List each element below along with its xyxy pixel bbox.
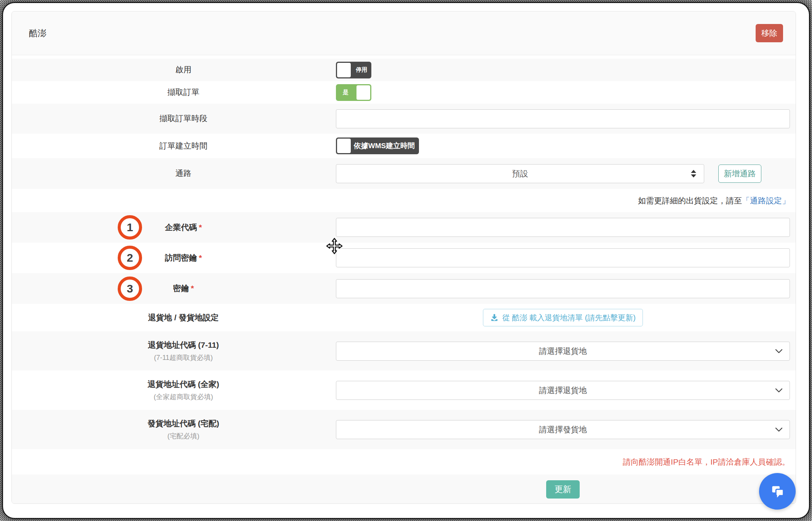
row-ship-home: 發貨地址代碼 (宅配) (宅配必填) 請選擇發貨地 <box>12 410 796 449</box>
company-code-input[interactable] <box>336 218 790 237</box>
row-access-key: 2 訪問密鑰* <box>12 243 796 273</box>
row-fetch-orders: 擷取訂單 是 <box>12 81 796 104</box>
chat-button[interactable] <box>759 473 796 510</box>
channel-select[interactable]: 預設 <box>336 164 704 183</box>
ip-whitelist-note: 請向酷澎開通IP白名單，IP請洽倉庫人員確認。 <box>623 457 790 467</box>
enable-toggle-label: 停用 <box>352 62 371 78</box>
remove-button[interactable]: 移除 <box>756 24 783 42</box>
row-fetch-period: 擷取訂單時段 <box>12 104 796 134</box>
chevron-down-icon <box>775 427 783 432</box>
chat-icon <box>768 482 786 500</box>
order-create-time-toggle[interactable]: 依據WMS建立時間 <box>336 137 419 154</box>
step-1-badge: 1 <box>118 215 142 240</box>
channel-selected-value: 預設 <box>512 168 528 179</box>
row-order-create-time: 訂單建立時間 依據WMS建立時間 <box>12 134 796 158</box>
toggle-knob <box>356 85 370 100</box>
return-family-hint: (全家超商取貨必填) <box>31 392 336 401</box>
return-711-hint: (7-11超商取貨必填) <box>31 353 336 362</box>
add-channel-button[interactable]: 新增通路 <box>718 165 761 183</box>
move-cursor <box>326 238 343 254</box>
ship-home-hint: (宅配必填) <box>31 432 336 441</box>
return-setting-label: 退貨地 / 發貨地設定 <box>12 312 336 323</box>
download-icon <box>490 313 499 322</box>
fetch-orders-label: 擷取訂單 <box>12 87 336 97</box>
ship-home-selected-value: 請選擇發貨地 <box>539 424 587 435</box>
channel-settings-link[interactable]: 「通路設定」 <box>742 195 790 206</box>
return-family-label: 退貨地址代碼 (全家) <box>31 379 336 390</box>
enable-toggle[interactable]: 停用 <box>336 62 371 78</box>
ship-home-label: 發貨地址代碼 (宅配) <box>31 418 336 429</box>
access-key-label: 訪問密鑰 <box>165 253 197 262</box>
update-button[interactable]: 更新 <box>546 480 580 499</box>
return-711-select[interactable]: 請選擇退貨地 <box>336 342 790 361</box>
company-code-label: 企業代碼 <box>165 223 197 232</box>
return-711-selected-value: 請選擇退貨地 <box>539 346 587 356</box>
row-secret-key: 3 密鑰* <box>12 273 796 304</box>
card-header: 酷澎 移除 <box>12 11 796 55</box>
order-create-time-label: 訂單建立時間 <box>12 141 336 151</box>
required-asterisk: * <box>191 284 194 292</box>
toggle-knob <box>337 63 351 77</box>
coupang-settings-card: 酷澎 移除 啟用 停用 擷取訂單 是 擷取訂 <box>11 11 796 504</box>
load-return-list-label: 從 酷澎 載入退貨地清單 (請先點擊更新) <box>502 313 636 323</box>
secret-key-label: 密鑰 <box>173 284 189 292</box>
required-asterisk: * <box>199 223 202 232</box>
select-updown-icon <box>691 170 696 177</box>
row-return-setting: 退貨地 / 發貨地設定 從 酷澎 載入退貨地清單 (請先點擊更新) <box>12 304 796 331</box>
row-update: 更新 <box>12 475 796 504</box>
required-asterisk: * <box>199 253 202 262</box>
row-channel-note: 如需更詳細的出貨設定，請至「通路設定」 <box>12 189 796 212</box>
row-enable: 啟用 停用 <box>12 59 796 81</box>
step-2-badge: 2 <box>118 246 142 270</box>
step-3-badge: 3 <box>118 276 142 301</box>
fetch-orders-toggle-label: 是 <box>336 84 355 101</box>
enable-label: 啟用 <box>12 64 336 75</box>
channel-label: 通路 <box>12 168 336 179</box>
row-channel: 通路 預設 新增通路 <box>12 158 796 189</box>
access-key-input[interactable] <box>336 248 790 267</box>
order-create-time-toggle-label: 依據WMS建立時間 <box>352 137 417 154</box>
channel-note-text: 如需更詳細的出貨設定，請至 <box>638 195 742 206</box>
fetch-orders-toggle[interactable]: 是 <box>336 84 371 101</box>
chevron-down-icon <box>775 349 783 353</box>
fetch-period-label: 擷取訂單時段 <box>12 113 336 124</box>
toggle-knob <box>337 139 351 153</box>
row-company-code: 1 企業代碼* <box>12 212 796 243</box>
row-return-family: 退貨地址代碼 (全家) (全家超商取貨必填) 請選擇退貨地 <box>12 371 796 410</box>
return-family-select[interactable]: 請選擇退貨地 <box>336 381 790 400</box>
row-return-711: 退貨地址代碼 (7-11) (7-11超商取貨必填) 請選擇退貨地 <box>12 331 796 371</box>
page-title: 酷澎 <box>29 27 46 39</box>
ship-home-select[interactable]: 請選擇發貨地 <box>336 420 790 439</box>
settings-form: 啟用 停用 擷取訂單 是 擷取訂單時段 <box>12 55 796 504</box>
return-711-label: 退貨地址代碼 (7-11) <box>31 340 336 350</box>
fetch-period-input[interactable] <box>336 109 790 128</box>
secret-key-input[interactable] <box>336 279 790 298</box>
load-return-list-button[interactable]: 從 酷澎 載入退貨地清單 (請先點擊更新) <box>483 309 643 326</box>
return-family-selected-value: 請選擇退貨地 <box>539 385 587 396</box>
row-ip-note: 請向酷澎開通IP白名單，IP請洽倉庫人員確認。 <box>12 449 796 475</box>
chevron-down-icon <box>775 388 783 393</box>
